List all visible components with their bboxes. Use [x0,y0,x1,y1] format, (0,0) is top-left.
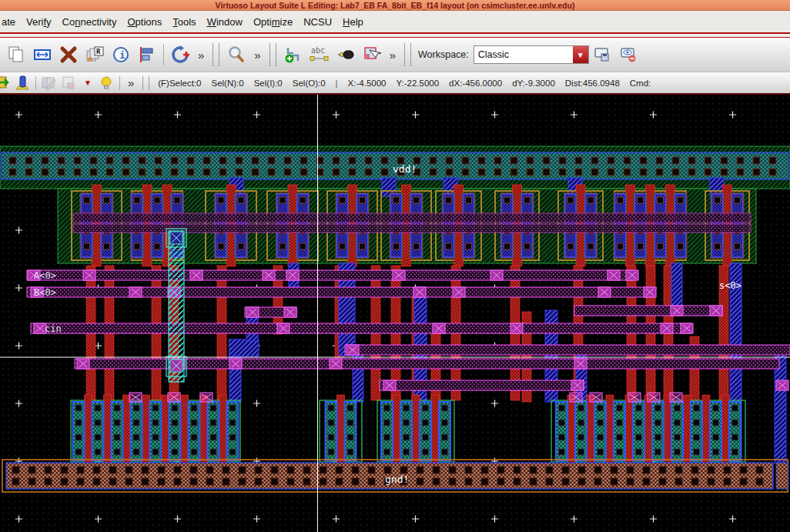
create-via-icon[interactable] [280,42,306,68]
toolbar-overflow-1[interactable]: » [193,49,209,62]
poly-gate[interactable] [219,395,227,467]
svg-text:R: R [96,48,101,55]
menu-item-connectivity[interactable]: Connectivity [57,13,122,31]
poly-gate[interactable] [683,395,691,467]
nmos-transistor[interactable] [551,395,745,467]
poly-gate[interactable] [702,395,710,467]
status-field: Dist:456.0948 [565,79,620,88]
toolbar-main: R i » » abc » Workspace: Classic ▼ [0,38,790,72]
zoom-icon[interactable] [223,42,249,68]
poly-gate[interactable] [625,395,633,467]
poly-gate[interactable] [200,395,208,467]
poly-gate[interactable] [606,395,614,467]
metal1-wire[interactable] [345,345,790,355]
metal1-segment[interactable] [574,306,722,316]
status-field: (F)Select:0 [158,79,201,88]
revert-workspace-icon[interactable] [615,42,641,68]
net-cin-wire[interactable] [31,323,691,333]
create-label-icon[interactable]: abc [306,42,333,68]
stretch-icon[interactable] [29,42,55,68]
toolbar-overflow-3[interactable]: » [385,49,400,62]
net-B-wire[interactable] [27,287,653,297]
workspace-label: Workspace: [418,49,469,60]
info-icon[interactable]: i [108,42,134,68]
menu-bar: ateVerifyConnectivityOptionsToolsWindowO… [0,11,790,32]
create-pin-icon[interactable] [333,42,359,68]
properties-icon[interactable]: R [82,42,108,68]
window-title: Virtuoso Layout Suite L Editing: Lab7_EB… [216,1,575,10]
net-label-cin: cin [45,323,62,334]
redraw-icon[interactable] [167,42,193,68]
hints-bulb-icon[interactable] [96,74,116,92]
svg-text:abc: abc [311,46,325,55]
toolbar-overflow-2[interactable]: » [249,49,265,62]
vdd-label: vdd! [393,163,417,175]
virtuoso-window: Virtuoso Layout Suite L Editing: Lab7_EB… [0,0,790,532]
poly-gate[interactable] [337,395,345,467]
status-field: Y:-22.5000 [396,79,439,88]
poly-gate[interactable] [664,395,671,467]
poly-gate[interactable] [162,395,169,467]
poly-gate[interactable] [85,395,92,467]
poly-gate[interactable] [142,395,150,467]
poly-gate[interactable] [644,395,652,467]
metal1-wire[interactable] [380,380,584,390]
gnd-label: gnd! [385,473,409,485]
poly-gate[interactable] [181,395,189,467]
menu-separator [0,32,790,38]
menu-item-verify[interactable]: Verify [21,13,57,31]
nmos-row[interactable] [71,393,745,467]
poly-gate[interactable] [587,395,594,467]
window-titlebar[interactable]: Virtuoso Layout Suite L Editing: Lab7_EB… [0,0,790,11]
status-field: dX:-456.0000 [449,79,502,88]
menu-item-ncsu[interactable]: NCSU [298,13,337,31]
net-label-s: s<0> [719,280,741,291]
align-icon[interactable] [134,42,160,68]
status-field: Cmd: [630,79,651,88]
nmos-transistor[interactable] [320,395,362,467]
net-A-wire[interactable] [27,270,634,280]
workspace-combobox[interactable]: Classic ▼ [474,45,589,64]
workspace-dropdown-arrow[interactable]: ▼ [573,46,588,63]
layout-canvas-area[interactable]: vdd!gnd!A<0>B<0>cins<0> [0,93,790,532]
poly-gate[interactable] [412,395,420,467]
poly-gate[interactable] [104,395,112,467]
metal2-jog[interactable] [229,340,259,356]
poly-gate[interactable] [567,395,575,467]
poly-gate[interactable] [431,395,439,467]
net-label-a: A<0> [34,270,56,281]
layout-canvas[interactable]: vdd!gnd!A<0>B<0>cins<0> [0,95,790,532]
selected-via-stack[interactable] [166,229,186,382]
edit-in-place-icon[interactable] [39,74,59,92]
status-field: Sel(O):0 [293,79,326,88]
nmos-transistor[interactable] [71,395,240,467]
menu-item-help[interactable]: Help [337,13,369,31]
menu-item-window[interactable]: Window [202,13,248,31]
hierarchy-icon[interactable] [59,74,79,92]
status-field: Sel(N):0 [212,79,244,88]
status-separator: | [336,79,338,88]
selectability-icon[interactable] [359,42,385,68]
poly-gate[interactable] [721,395,729,467]
toolbar-secondary: ▼ » (F)Select:0Sel(N):0Sel(I):0Sel(O):0|… [0,72,790,93]
status-field: Sel(I):0 [254,79,283,88]
nmos-transistor[interactable] [377,395,454,467]
ruler-icon[interactable] [12,74,32,92]
menu-item-options[interactable]: Options [122,13,167,31]
save-workspace-icon[interactable] [589,42,615,68]
menu-item-tools[interactable]: Tools [167,13,201,31]
net-label-b: B<0> [34,287,56,298]
delete-icon[interactable] [55,42,82,68]
copy-icon[interactable] [3,42,29,68]
menu-item-optimize[interactable]: Optimize [248,13,298,31]
poly-gate[interactable] [393,395,400,467]
status-bar: (F)Select:0Sel(N):0Sel(I):0Sel(O):0|X:-4… [158,79,651,88]
hierarchy-dropdown[interactable]: ▼ [79,79,96,87]
pmos-route[interactable] [73,213,751,223]
toolbar-overflow-4[interactable]: » [123,76,139,89]
attach-icon[interactable] [0,74,12,92]
status-field: dY:-9.3000 [512,79,555,88]
poly-gate[interactable] [123,395,131,467]
menu-item-ate[interactable]: ate [0,13,21,31]
status-field: X:-4.5000 [348,79,387,88]
